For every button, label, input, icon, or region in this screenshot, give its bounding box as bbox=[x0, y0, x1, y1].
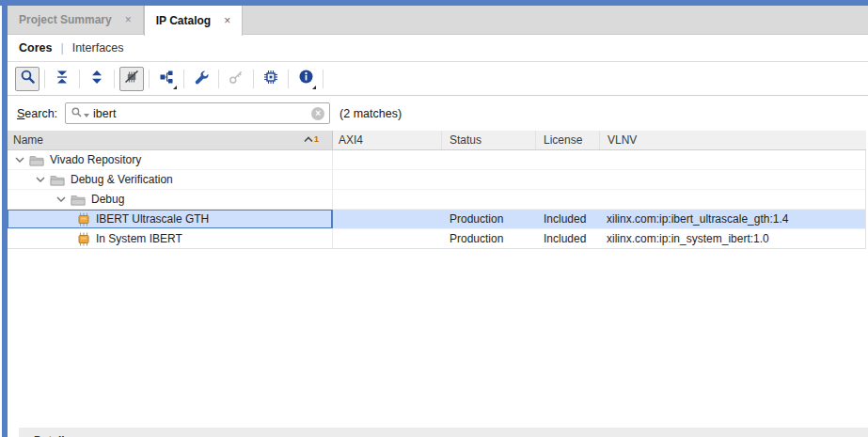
column-header-vlnv[interactable]: VLNV bbox=[600, 131, 866, 149]
info-button[interactable] bbox=[293, 67, 318, 91]
tab-interfaces[interactable]: Interfaces bbox=[72, 41, 124, 55]
table-row[interactable]: Debug & Verification bbox=[8, 170, 865, 190]
toolbar-separator bbox=[253, 70, 254, 88]
collapse-all-button[interactable] bbox=[50, 67, 74, 91]
tree-item-label: Debug & Verification bbox=[71, 173, 173, 186]
search-field-icon[interactable] bbox=[71, 106, 83, 121]
ip-core-icon bbox=[77, 232, 90, 246]
ip-catalog-panel: Project Summary × IP Catalog × Cores | I… bbox=[0, 0, 868, 437]
table-row[interactable]: Debug bbox=[8, 190, 865, 210]
vlnv-value: xilinx.com:ip:in_system_ibert:1.0 bbox=[600, 229, 865, 248]
column-header-axi4[interactable]: AXI4 bbox=[333, 131, 442, 149]
table-row[interactable]: In System IBERT Production Included xili… bbox=[8, 229, 865, 249]
tab-strip: Project Summary × IP Catalog × bbox=[8, 6, 868, 35]
group-by-icon bbox=[159, 70, 174, 88]
match-count: (2 matches) bbox=[339, 107, 402, 120]
close-icon[interactable]: × bbox=[224, 15, 230, 26]
toolbar bbox=[8, 62, 868, 96]
settings-button[interactable] bbox=[189, 67, 213, 91]
expand-all-icon bbox=[89, 70, 104, 88]
dropdown-caret-icon bbox=[173, 86, 177, 89]
toolbar-separator bbox=[183, 70, 184, 88]
collapse-all-icon bbox=[55, 70, 70, 88]
tab-label: Project Summary bbox=[19, 13, 112, 26]
table-rows: Vivado Repository Debug & Verificati bbox=[8, 150, 866, 249]
search-row: Search: × (2 matches) bbox=[8, 96, 868, 131]
table-row[interactable]: Vivado Repository bbox=[8, 150, 865, 170]
dropdown-caret-icon bbox=[312, 86, 316, 89]
ip-chip-icon bbox=[263, 70, 278, 88]
expand-all-button[interactable] bbox=[85, 67, 109, 91]
toolbar-separator bbox=[218, 70, 219, 88]
search-icon bbox=[20, 69, 36, 88]
toolbar-separator bbox=[114, 70, 115, 88]
toolbar-separator bbox=[323, 70, 324, 88]
license-key-icon bbox=[229, 70, 244, 88]
clear-search-icon[interactable]: × bbox=[311, 107, 324, 120]
folder-icon bbox=[29, 154, 44, 166]
tree-item-label: IBERT Ultrascale GTH bbox=[96, 212, 209, 226]
status-value: Production bbox=[442, 210, 536, 228]
table-row-selected[interactable]: IBERT Ultrascale GTH Production Included… bbox=[8, 210, 865, 229]
toolbar-separator bbox=[288, 70, 289, 88]
view-switcher: Cores | Interfaces bbox=[8, 35, 868, 62]
search-input[interactable] bbox=[93, 107, 311, 120]
status-value: Production bbox=[442, 229, 536, 248]
search-box[interactable]: × bbox=[65, 102, 330, 124]
tab-ip-catalog[interactable]: IP Catalog × bbox=[144, 6, 243, 36]
folder-icon bbox=[50, 174, 65, 186]
sort-indicator: 1 bbox=[304, 136, 319, 144]
chevron-down-icon[interactable] bbox=[56, 195, 66, 203]
license-value: Included bbox=[536, 210, 600, 228]
details-title: Details bbox=[19, 428, 868, 437]
search-options-caret-icon[interactable] bbox=[84, 114, 89, 117]
column-header-license[interactable]: License bbox=[536, 131, 600, 149]
tree-item-label: In System IBERT bbox=[96, 232, 182, 245]
panel-content: Project Summary × IP Catalog × Cores | I… bbox=[8, 6, 868, 437]
tab-label: IP Catalog bbox=[156, 14, 211, 27]
vlnv-value: xilinx.com:ip:ibert_ultrascale_gth:1.4 bbox=[600, 210, 865, 228]
toolbar-separator bbox=[79, 70, 80, 88]
chevron-down-icon[interactable] bbox=[36, 176, 45, 183]
hide-incompatible-icon bbox=[124, 70, 139, 88]
table-header: Name 1 AXI4 Status License VLNV bbox=[8, 131, 866, 150]
tab-cores[interactable]: Cores bbox=[19, 41, 52, 55]
folder-icon bbox=[71, 194, 86, 206]
close-icon[interactable]: × bbox=[125, 14, 132, 25]
info-icon bbox=[298, 69, 314, 88]
ip-status-button[interactable] bbox=[259, 67, 283, 91]
ip-table: Name 1 AXI4 Status License VLNV bbox=[8, 131, 866, 249]
license-value: Included bbox=[536, 229, 600, 248]
chevron-down-icon[interactable] bbox=[15, 156, 24, 164]
search-toggle-button[interactable] bbox=[15, 67, 39, 91]
tab-project-summary[interactable]: Project Summary × bbox=[8, 6, 144, 34]
subtab-divider: | bbox=[60, 41, 63, 55]
settings-wrench-icon bbox=[194, 70, 209, 88]
tree-item-label: Vivado Repository bbox=[50, 153, 141, 166]
hide-incompatible-button[interactable] bbox=[119, 67, 144, 91]
column-header-status[interactable]: Status bbox=[442, 131, 536, 149]
toolbar-separator bbox=[149, 70, 150, 88]
search-label: Search: bbox=[17, 107, 57, 120]
column-header-name[interactable]: Name 1 bbox=[8, 131, 333, 149]
details-pane-header[interactable]: Details bbox=[19, 428, 868, 437]
toolbar-separator bbox=[44, 70, 45, 88]
tree-item-label: Debug bbox=[91, 193, 124, 206]
group-by-button[interactable] bbox=[154, 67, 179, 91]
license-button[interactable] bbox=[224, 67, 248, 91]
ip-core-icon bbox=[77, 212, 90, 226]
